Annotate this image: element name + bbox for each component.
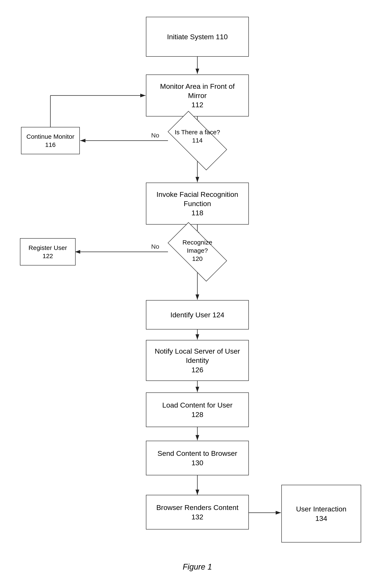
diamond-recognize-image: RecognizeImage?120 xyxy=(170,237,225,267)
box-notify-server: Notify Local Server of UserIdentity126 xyxy=(146,340,249,381)
box-notify-server-label: Notify Local Server of UserIdentity126 xyxy=(155,347,240,374)
box-continue-monitor-label: Continue Monitor116 xyxy=(26,132,74,149)
diamond-face-shape xyxy=(168,111,227,170)
box-send-content: Send Content to Browser130 xyxy=(146,441,249,475)
box-browser-renders-label: Browser Renders Content132 xyxy=(156,503,238,521)
box-invoke-facial-label: Invoke Facial RecognitionFunction118 xyxy=(156,190,238,218)
box-continue-monitor: Continue Monitor116 xyxy=(21,127,80,154)
box-monitor-area: Monitor Area in Front ofMirror112 xyxy=(146,74,249,116)
box-user-interaction: User Interaction134 xyxy=(281,485,361,543)
box-initiate-system-label: Initiate System 110 xyxy=(167,32,228,41)
box-initiate-system: Initiate System 110 xyxy=(146,17,249,57)
box-user-interaction-label: User Interaction134 xyxy=(296,504,346,523)
box-identify-user-label: Identify User 124 xyxy=(170,310,224,319)
box-send-content-label: Send Content to Browser130 xyxy=(158,449,237,467)
box-load-content: Load Content for User128 xyxy=(146,392,249,427)
box-browser-renders: Browser Renders Content132 xyxy=(146,495,249,530)
box-invoke-facial: Invoke Facial RecognitionFunction118 xyxy=(146,183,249,225)
svg-text:No: No xyxy=(151,132,159,139)
diagram-container: No Yes No Yes Initiate System 110 Monito… xyxy=(0,0,392,583)
box-register-user-label: Register User122 xyxy=(28,244,67,260)
diamond-recognize-shape xyxy=(168,222,227,282)
box-identify-user: Identify User 124 xyxy=(146,300,249,330)
box-monitor-area-label: Monitor Area in Front ofMirror112 xyxy=(160,82,234,109)
svg-text:No: No xyxy=(151,243,159,250)
figure-label: Figure 1 xyxy=(158,563,237,572)
diamond-is-there-face: Is There a face?114 xyxy=(170,126,225,155)
box-load-content-label: Load Content for User128 xyxy=(162,400,233,419)
box-register-user: Register User122 xyxy=(20,238,76,265)
